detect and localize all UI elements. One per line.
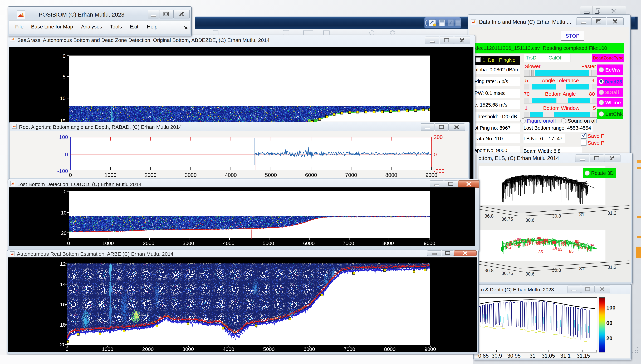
svg-text:7000: 7000 (345, 172, 357, 178)
svg-text:13: 13 (555, 240, 558, 244)
svg-text:58: 58 (575, 240, 579, 244)
svg-text:0: 0 (434, 152, 437, 158)
svg-text:9000: 9000 (425, 172, 437, 178)
svg-text:1000: 1000 (105, 172, 117, 178)
svg-text:35: 35 (538, 250, 543, 254)
svg-text:94: 94 (562, 242, 566, 246)
svg-text:13: 13 (507, 246, 511, 250)
svg-text:36.8: 36.8 (484, 214, 494, 219)
svg-text:78: 78 (576, 243, 580, 247)
svg-text:3000: 3000 (185, 172, 197, 178)
svg-text:2000: 2000 (145, 172, 157, 178)
svg-text:41: 41 (514, 238, 518, 242)
svg-text:39: 39 (590, 243, 594, 247)
svg-text:4000: 4000 (225, 172, 237, 178)
svg-text:12: 12 (527, 240, 531, 244)
svg-text:31.2: 31.2 (607, 210, 616, 216)
svg-text:30.6: 30.6 (525, 272, 534, 276)
svg-text:200: 200 (434, 134, 443, 140)
svg-text:36.75: 36.75 (501, 216, 513, 222)
svg-text:31: 31 (579, 266, 584, 271)
svg-text:100: 100 (59, 134, 68, 140)
svg-text:31: 31 (579, 212, 584, 217)
svg-text:14: 14 (580, 242, 583, 246)
svg-text:36.8: 36.8 (484, 268, 494, 273)
svg-text:12: 12 (538, 240, 542, 244)
svg-text:36.75: 36.75 (501, 271, 513, 276)
svg-text:31.2: 31.2 (607, 265, 616, 270)
svg-text:6000: 6000 (305, 172, 317, 178)
svg-text:8000: 8000 (385, 172, 397, 178)
svg-text:48: 48 (552, 246, 557, 251)
svg-text:30.6: 30.6 (525, 218, 534, 223)
svg-text:-100: -100 (57, 168, 68, 174)
svg-text:0: 0 (65, 152, 68, 158)
svg-text:90: 90 (537, 236, 541, 240)
svg-text:61: 61 (514, 242, 518, 246)
svg-text:93: 93 (521, 239, 525, 243)
svg-text:5000: 5000 (265, 172, 277, 178)
svg-text:30.8: 30.8 (552, 214, 561, 219)
svg-text:15: 15 (586, 248, 590, 251)
svg-text:85: 85 (569, 249, 574, 254)
svg-text:30.8: 30.8 (552, 268, 561, 273)
svg-text:63: 63 (558, 247, 562, 252)
svg-text:0: 0 (69, 172, 72, 178)
svg-text:32: 32 (544, 238, 548, 242)
